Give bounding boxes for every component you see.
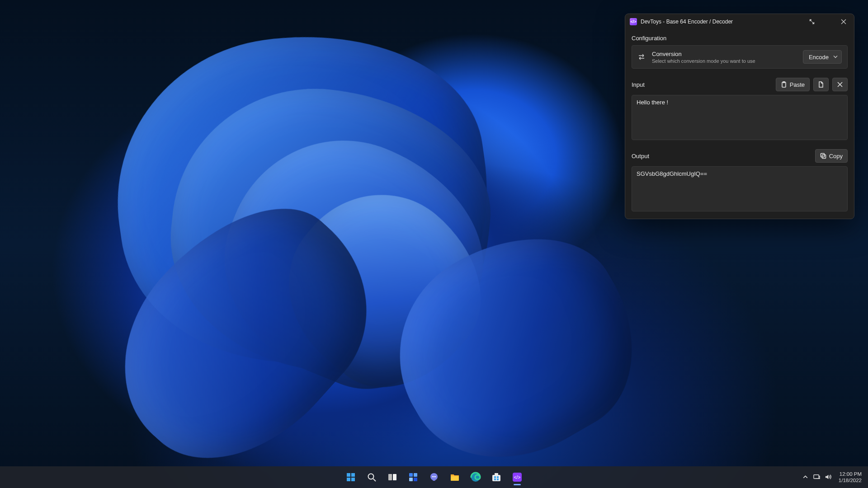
configuration-heading: Configuration [632,35,848,42]
svg-rect-6 [347,478,350,481]
close-window-button[interactable] [833,14,854,29]
svg-point-17 [432,476,433,477]
output-textbox[interactable]: SGVsbG8gdGhlcmUgIQ== [632,166,848,211]
svg-point-8 [368,474,374,479]
svg-line-9 [373,479,376,482]
edge-button[interactable] [467,468,485,486]
tray-overflow-button[interactable] [802,474,809,481]
volume-icon[interactable] [825,474,831,481]
open-file-button[interactable] [813,78,829,91]
svg-rect-14 [409,478,413,481]
conversion-mode-select[interactable]: Encode [803,50,842,64]
devtoys-icon: </> [512,472,523,483]
svg-text:</>: </> [514,475,521,480]
store-icon [491,472,502,483]
swap-arrows-icon [637,53,646,61]
close-icon [837,81,843,88]
input-value: Hello there ! [637,99,668,106]
file-explorer-button[interactable] [446,468,464,486]
svg-point-18 [434,476,434,477]
folder-icon [449,472,460,483]
output-label: Output [632,153,649,160]
devtoys-app-icon: </> [630,18,637,25]
svg-rect-4 [347,473,350,477]
svg-rect-26 [497,479,499,480]
svg-rect-24 [497,476,499,478]
copy-button[interactable]: Copy [815,149,848,163]
paste-button[interactable]: Paste [776,78,810,91]
svg-rect-3 [821,154,824,157]
clear-input-button[interactable] [832,78,848,91]
svg-rect-11 [393,474,396,480]
svg-rect-12 [409,473,413,477]
chat-icon [429,472,439,483]
paste-button-label: Paste [790,81,805,88]
chevron-down-icon [833,54,838,61]
conversion-setting: Conversion Select which conversion mode … [632,45,848,69]
svg-point-19 [435,476,436,477]
microsoft-store-button[interactable] [487,468,505,486]
devtoys-taskbar-button[interactable]: </> [508,468,526,486]
svg-rect-21 [492,475,500,481]
output-value: SGVsbG8gdGhlcmUgIQ== [637,170,707,177]
input-label: Input [632,81,645,88]
svg-rect-5 [351,473,355,477]
system-tray: 12:00 PM 1/18/2022 [802,466,864,488]
devtoys-window: </> DevToys - Base 64 Encoder / Decoder … [625,14,854,219]
taskbar-time: 12:00 PM [839,471,862,477]
svg-rect-29 [814,474,819,478]
taskbar-date: 1/18/2022 [839,477,862,483]
svg-rect-13 [414,473,417,477]
conversion-subtitle: Select which conversion mode you want to… [652,58,797,64]
widgets-icon [408,472,419,483]
svg-rect-22 [495,473,498,475]
widgets-button[interactable] [404,468,422,486]
svg-rect-7 [351,478,355,481]
conversion-title: Conversion [652,51,797,57]
task-view-icon [387,472,398,483]
network-icon[interactable] [813,474,820,481]
conversion-mode-value: Encode [809,54,829,61]
svg-rect-25 [494,479,496,480]
edge-icon [470,472,481,483]
desktop: </> DevToys - Base 64 Encoder / Decoder … [0,0,868,488]
svg-rect-23 [494,476,496,478]
svg-rect-10 [388,474,392,480]
copy-icon [820,153,826,159]
windows-start-icon [345,472,356,483]
window-title: DevToys - Base 64 Encoder / Decoder [641,19,733,25]
input-textbox[interactable]: Hello there ! [632,95,848,140]
search-button[interactable] [363,468,381,486]
start-button[interactable] [342,468,360,486]
taskbar-clock[interactable]: 12:00 PM 1/18/2022 [839,471,862,484]
expand-window-button[interactable] [804,14,820,29]
svg-rect-15 [414,478,417,481]
clipboard-paste-icon [781,81,787,88]
task-view-button[interactable] [383,468,401,486]
chat-button[interactable] [425,468,443,486]
file-icon [818,81,824,88]
search-icon [366,472,377,483]
copy-button-label: Copy [829,153,843,160]
svg-rect-2 [822,155,826,159]
titlebar[interactable]: </> DevToys - Base 64 Encoder / Decoder [625,14,854,29]
taskbar: </> 12:00 PM 1/18/2022 [0,466,868,488]
